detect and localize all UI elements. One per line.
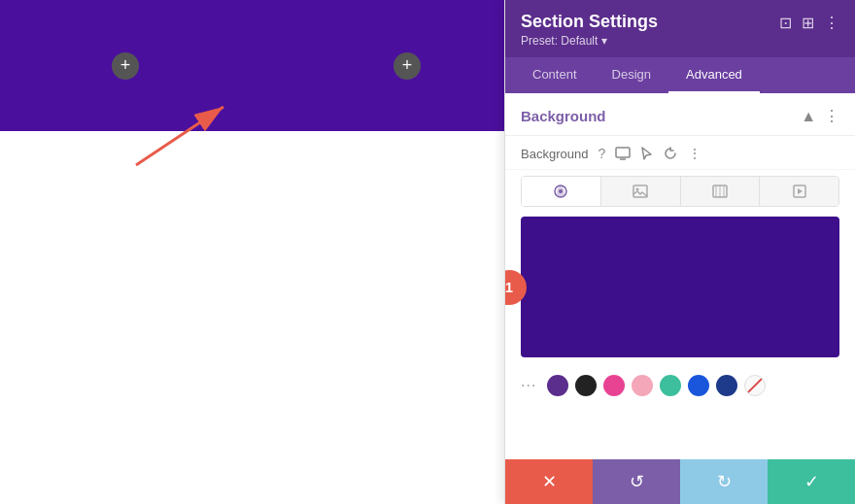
type-tabs [521, 176, 839, 207]
color-preview-container: 1 [521, 217, 839, 357]
tab-content[interactable]: Content [515, 57, 595, 93]
swatch-purple[interactable] [547, 375, 568, 396]
bg-more-icon[interactable]: ⋮ [824, 107, 839, 125]
swatch-dark-blue[interactable] [716, 375, 737, 396]
redo-icon: ↻ [717, 471, 732, 492]
redo-button[interactable]: ↻ [680, 459, 768, 504]
swatch-blue[interactable] [688, 375, 709, 396]
reset-icon: ↺ [630, 471, 644, 492]
svg-line-1 [136, 107, 223, 165]
settings-panel: Section Settings Preset: Default ▾ ⊡ ⊞ ⋮… [504, 0, 855, 504]
panel-header-icons: ⊡ ⊞ ⋮ [779, 14, 839, 32]
plus-icon-right: + [402, 55, 413, 76]
bg-row-label: Background [521, 147, 588, 161]
swatch-pink[interactable] [603, 375, 625, 396]
swatch-light-pink[interactable] [632, 375, 653, 396]
svg-marker-13 [798, 188, 803, 194]
swatch-none[interactable] [744, 375, 766, 396]
swatch-teal[interactable] [660, 375, 681, 396]
add-column-right-button[interactable]: + [393, 52, 421, 80]
color-preview[interactable] [521, 217, 839, 357]
add-column-left-button[interactable]: + [112, 52, 139, 80]
action-bar: ✕ ↺ ↻ ✓ [505, 459, 855, 504]
canvas-purple-section: + + [0, 0, 504, 131]
canvas-arrow [126, 97, 243, 179]
collapse-icon[interactable]: ▲ [801, 108, 816, 125]
split-icon[interactable]: ⊞ [802, 14, 814, 32]
tab-design[interactable]: Design [595, 57, 668, 93]
confirm-button[interactable]: ✓ [768, 459, 855, 504]
panel-body: Background ▲ ⋮ Background ? ⋮ [505, 93, 855, 459]
cancel-icon: ✕ [542, 471, 557, 492]
bg-section-title: Background [521, 108, 606, 124]
expand-icon[interactable]: ⊡ [779, 14, 792, 32]
svg-point-7 [636, 188, 639, 191]
swatch-black[interactable] [575, 375, 597, 396]
svg-point-5 [559, 189, 563, 193]
plus-icon-left: + [120, 55, 131, 76]
tabs-row: Content Design Advanced [505, 57, 855, 93]
tab-advanced[interactable]: Advanced [668, 57, 760, 93]
confirm-icon: ✓ [804, 471, 819, 492]
type-tab-video[interactable] [760, 177, 838, 206]
reset-button[interactable]: ↺ [593, 459, 680, 504]
cursor-icon[interactable] [640, 147, 653, 160]
bg-section-controls: ▲ ⋮ [801, 107, 839, 125]
bg-controls-row: Background ? ⋮ [505, 136, 855, 170]
canvas-area: + + [0, 0, 504, 504]
desktop-icon[interactable] [615, 147, 631, 160]
type-tab-image[interactable] [601, 177, 681, 206]
more-swatches-icon[interactable]: ··· [521, 377, 536, 394]
help-icon[interactable]: ? [598, 146, 605, 161]
panel-title: Section Settings [521, 12, 658, 32]
panel-header-info: Section Settings Preset: Default ▾ [521, 12, 658, 48]
type-tab-gradient[interactable] [681, 177, 761, 206]
reset-icon[interactable] [663, 147, 678, 160]
more-options-icon[interactable]: ⋮ [824, 14, 839, 32]
type-tab-color[interactable] [522, 177, 601, 206]
bg-section-header: Background ▲ ⋮ [505, 93, 855, 136]
swatches-row: ··· [505, 369, 855, 404]
cancel-button[interactable]: ✕ [505, 459, 593, 504]
svg-rect-2 [616, 148, 630, 157]
canvas-white-section [0, 131, 504, 504]
panel-preset: Preset: Default ▾ [521, 34, 658, 48]
bg-row-more-icon[interactable]: ⋮ [688, 146, 701, 161]
panel-header: Section Settings Preset: Default ▾ ⊡ ⊞ ⋮ [505, 0, 855, 57]
preset-chevron-icon[interactable]: ▾ [601, 34, 607, 48]
